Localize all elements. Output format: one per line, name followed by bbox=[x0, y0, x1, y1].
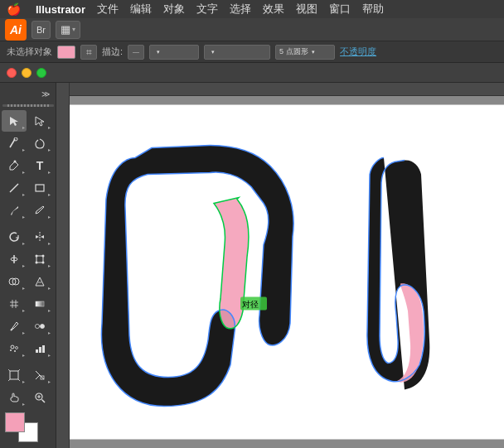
grid-button[interactable]: ▦ ▾ bbox=[56, 21, 80, 39]
no-selection-label: 未选择对象 bbox=[7, 46, 52, 58]
tool-row-8: ▸ ▸ bbox=[2, 271, 54, 292]
svg-rect-29 bbox=[36, 349, 38, 353]
magic-wand-tool[interactable]: ▸ bbox=[2, 132, 27, 154]
svg-line-36 bbox=[18, 379, 20, 381]
panel-collapse-btn[interactable]: ≫ bbox=[37, 86, 54, 101]
svg-rect-32 bbox=[10, 371, 18, 379]
svg-point-28 bbox=[16, 347, 18, 349]
svg-line-3 bbox=[10, 184, 18, 192]
ai-logo: Ai bbox=[5, 19, 27, 41]
rotate-tool[interactable]: ▸ bbox=[2, 226, 27, 248]
selection-tool[interactable]: ▸ bbox=[2, 110, 27, 132]
stroke-style-dropdown[interactable]: ▾ bbox=[149, 45, 199, 60]
stroke-label: 描边: bbox=[102, 46, 123, 58]
apple-menu[interactable]: 🍎 bbox=[7, 2, 21, 16]
tool-row-3: ▸ T ▸ bbox=[2, 155, 54, 176]
svg-rect-4 bbox=[36, 185, 44, 191]
options-bar: 未选择对象 ⌗ 描边: — ▾ ▾ 5 点圆形 ▾ 不透明度 bbox=[0, 41, 504, 63]
main-area: ≫ ▸ ▸ ▸ ▸ bbox=[0, 83, 504, 448]
menu-edit[interactable]: 编辑 bbox=[130, 2, 152, 17]
slice-tool[interactable]: ▸ bbox=[27, 364, 52, 386]
tool-row-1: ▸ ▸ bbox=[2, 110, 54, 132]
menu-help[interactable]: 帮助 bbox=[362, 2, 384, 17]
menu-text[interactable]: 文字 bbox=[196, 2, 218, 17]
menu-file[interactable]: 文件 bbox=[97, 2, 119, 17]
minimize-button[interactable] bbox=[22, 68, 32, 78]
rectangle-tool[interactable]: ▸ bbox=[27, 177, 52, 199]
fill-color-box[interactable] bbox=[57, 46, 75, 59]
svg-point-12 bbox=[36, 262, 38, 264]
artboard-tool[interactable]: ▸ bbox=[2, 364, 27, 386]
perspective-tool[interactable]: ▸ bbox=[27, 271, 52, 292]
line-tool[interactable]: ▸ bbox=[2, 177, 27, 199]
type-tool[interactable]: T ▸ bbox=[27, 155, 52, 176]
symbol-sprayer-tool[interactable]: ▸ bbox=[2, 338, 27, 359]
tool-row-6: ▸ ▸ bbox=[2, 226, 54, 248]
opacity-label[interactable]: 不透明度 bbox=[340, 46, 376, 58]
svg-point-11 bbox=[42, 255, 45, 258]
svg-point-26 bbox=[10, 349, 12, 351]
svg-rect-21 bbox=[36, 301, 44, 306]
tool-row-2: ▸ ▸ bbox=[2, 132, 54, 154]
tool-row-12: ▸ ▸ bbox=[2, 364, 54, 386]
menu-object[interactable]: 对象 bbox=[163, 2, 185, 17]
pencil-tool[interactable]: ▸ bbox=[27, 200, 52, 221]
direct-selection-tool[interactable]: ▸ bbox=[27, 110, 52, 132]
close-button[interactable] bbox=[7, 68, 17, 78]
pen-tool[interactable]: ▸ bbox=[2, 155, 27, 176]
shape-builder-tool[interactable]: ▸ bbox=[2, 271, 27, 292]
svg-text:对径: 对径 bbox=[242, 300, 259, 309]
tool-row-10: ▸ ▸ bbox=[2, 316, 54, 337]
svg-rect-31 bbox=[42, 345, 45, 353]
paintbrush-tool[interactable]: ▸ bbox=[2, 200, 27, 221]
svg-point-2 bbox=[14, 161, 17, 163]
mesh-tool[interactable]: ▸ bbox=[2, 293, 27, 315]
stroke-icon-btn[interactable]: ⌗ bbox=[80, 45, 97, 60]
svg-point-23 bbox=[41, 325, 45, 329]
svg-rect-30 bbox=[39, 347, 41, 353]
lasso-tool[interactable]: ▸ bbox=[27, 132, 52, 154]
maximize-button[interactable] bbox=[36, 68, 46, 78]
tool-row-4: ▸ ▸ bbox=[2, 177, 54, 199]
mirror-tool[interactable]: ▸ bbox=[27, 226, 52, 248]
svg-rect-9 bbox=[36, 256, 43, 263]
menu-effect[interactable]: 效果 bbox=[263, 2, 284, 17]
color-swatch-stack[interactable] bbox=[5, 412, 38, 442]
toolbar: Ai Br ▦ ▾ bbox=[0, 18, 504, 41]
graph-tool[interactable]: ▸ bbox=[27, 338, 52, 359]
point-style-label: 5 点圆形 bbox=[279, 46, 308, 57]
point-style-dropdown[interactable]: 5 点圆形 ▾ bbox=[275, 45, 335, 60]
menu-bar: 🍎 Illustrator 文件 编辑 对象 文字 选择 效果 视图 窗口 帮助 bbox=[0, 0, 504, 18]
br-button[interactable]: Br bbox=[32, 21, 51, 39]
gradient-tool[interactable]: ▸ bbox=[27, 293, 52, 315]
traffic-lights-bar bbox=[0, 63, 504, 83]
transform-tool[interactable]: ▸ bbox=[27, 248, 52, 270]
color-swatches bbox=[2, 409, 54, 446]
fill-swatch[interactable] bbox=[5, 412, 25, 432]
eyedropper-tool[interactable]: ▸ bbox=[2, 316, 27, 337]
tool-row-9: ▸ ▸ bbox=[2, 293, 54, 315]
menu-view[interactable]: 视图 bbox=[296, 2, 317, 17]
opacity-dropdown[interactable]: ▾ bbox=[204, 45, 270, 60]
svg-point-27 bbox=[14, 350, 16, 352]
tools-panel: ≫ ▸ ▸ ▸ ▸ bbox=[0, 83, 56, 448]
tool-row-7: ▸ ▸ bbox=[2, 248, 54, 270]
svg-point-25 bbox=[11, 345, 14, 349]
width-tool[interactable]: ▸ bbox=[2, 248, 27, 270]
app-name[interactable]: Illustrator bbox=[36, 3, 85, 16]
hand-tool[interactable]: ▸ bbox=[2, 387, 27, 408]
svg-line-39 bbox=[42, 400, 46, 403]
svg-line-5 bbox=[43, 206, 44, 207]
blend-tool[interactable]: ▸ bbox=[27, 316, 52, 337]
canvas-area[interactable]: 对径 bbox=[56, 83, 504, 448]
zoom-tool[interactable] bbox=[27, 387, 52, 408]
stroke-weight-icon[interactable]: — bbox=[128, 45, 144, 60]
svg-point-13 bbox=[42, 262, 45, 264]
canvas-svg: 对径 bbox=[56, 83, 504, 448]
tool-row-11: ▸ ▸ bbox=[2, 338, 54, 359]
svg-line-34 bbox=[18, 369, 20, 371]
menu-select[interactable]: 选择 bbox=[230, 2, 251, 17]
tool-row-5: ▸ ▸ bbox=[2, 200, 54, 221]
menu-window[interactable]: 窗口 bbox=[329, 2, 351, 17]
svg-point-10 bbox=[36, 255, 38, 258]
